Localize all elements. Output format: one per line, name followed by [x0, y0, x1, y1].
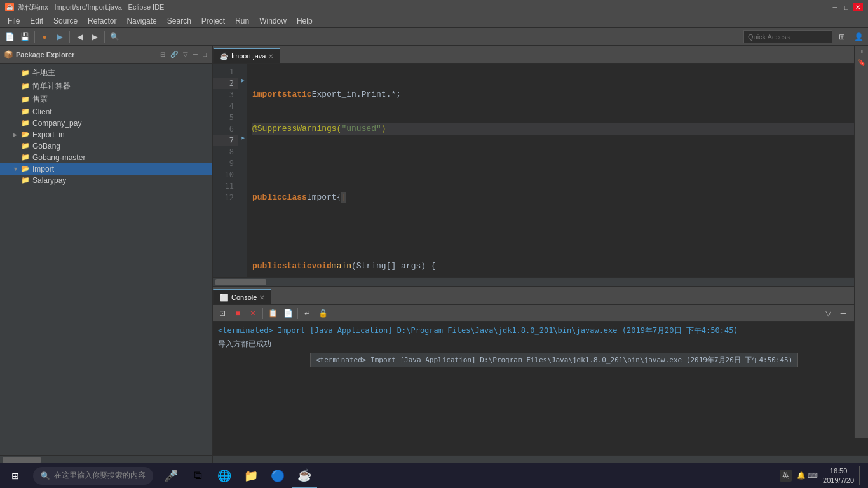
taskbar-ie[interactable]: 🌐 — [212, 463, 237, 489]
toolbar-separator-2 — [69, 31, 70, 43]
task-list-icon[interactable]: ≡ — [857, 48, 866, 55]
java-file-icon: ☕ — [220, 52, 229, 60]
taskbar-explorer[interactable]: 📁 — [238, 463, 264, 489]
menu-window[interactable]: Window — [254, 14, 292, 27]
new-button[interactable]: 📄 — [3, 30, 17, 44]
line-num-1: 1 — [213, 66, 238, 78]
tree-item-gobangmaster[interactable]: 📁 Gobang-master — [0, 152, 212, 163]
maximize-button[interactable]: □ — [841, 3, 851, 11]
gutter-3 — [238, 86, 247, 98]
tree-item-gobang[interactable]: 📁 GoBang — [0, 140, 212, 152]
console-toolbar: ⊡ ■ ✕ 📋 📄 ↵ 🔒 ▽ ─ □ — [213, 305, 868, 322]
console-paste-button[interactable]: 📄 — [281, 306, 295, 320]
view-menu-button[interactable]: ▽ — [181, 50, 190, 58]
line-num-2: 2 — [213, 78, 238, 89]
collapse-all-button[interactable]: ⊟ — [158, 50, 167, 58]
menu-edit[interactable]: Edit — [25, 14, 48, 27]
console-scroll-lock-button[interactable]: 🔒 — [316, 306, 330, 320]
start-button[interactable]: ⊞ — [0, 463, 31, 489]
toolbar-separator-3 — [104, 31, 105, 43]
editor-h-scrollbar[interactable] — [213, 277, 868, 286]
console-stop-button[interactable]: ■ — [231, 306, 245, 320]
minimize-button[interactable]: ─ — [830, 3, 840, 11]
perspectives-button[interactable]: ⊞ — [835, 30, 849, 44]
tree-item-jiandan[interactable]: 📁 简单计算器 — [0, 79, 212, 93]
tab-label: Import.java — [231, 52, 266, 60]
tree-item-import[interactable]: ▼ 📂 Import — [0, 163, 212, 175]
console-view-menu[interactable]: ▽ — [821, 306, 835, 320]
menu-help[interactable]: Help — [292, 14, 318, 27]
h-scroll-thumb[interactable] — [3, 457, 41, 463]
taskbar-search[interactable]: 🔍 在这里输入你要搜索的内容 — [33, 467, 153, 485]
tab-close-button[interactable]: ✕ — [268, 53, 273, 60]
save-button[interactable]: 💾 — [18, 30, 32, 44]
title-bar-left: ☕ 源代码mx - Import/src/Import.java - Eclip… — [5, 3, 164, 12]
menu-search[interactable]: Search — [162, 14, 196, 27]
tree-item-label: Salarypay — [32, 176, 66, 185]
folder-icon: 📁 — [20, 153, 31, 162]
forward-button[interactable]: ▶ — [88, 30, 102, 44]
tree-item-shoupiao[interactable]: 📁 售票 — [0, 93, 212, 106]
code-line-1: import static Export_in.Print.*; — [252, 89, 854, 100]
editor-tab-import[interactable]: ☕ Import.java ✕ — [213, 48, 280, 63]
h-scroll-thumb[interactable] — [215, 279, 266, 285]
console-copy-button[interactable]: 📋 — [266, 306, 280, 320]
taskbar-search-text: 在这里输入你要搜索的内容 — [54, 470, 146, 481]
console-minimize[interactable]: ─ — [836, 306, 850, 320]
taskbar-ie2[interactable]: 🔵 — [265, 463, 290, 489]
taskbar-cortana[interactable]: 🎤 — [158, 463, 184, 489]
taskbar-lang-indicator[interactable]: 英 — [780, 470, 792, 482]
profile-button[interactable]: 👤 — [851, 30, 865, 44]
console-terminate-button[interactable]: ✕ — [246, 306, 260, 320]
line-num-10: 10 — [213, 169, 238, 180]
taskbar: ⊞ 🔍 在这里输入你要搜索的内容 🎤 ⧉ 🌐 📁 🔵 ☕ 英 🔔 ⌨ 16:50… — [0, 463, 868, 488]
title-bar: ☕ 源代码mx - Import/src/Import.java - Eclip… — [0, 0, 868, 14]
folder-icon: 📁 — [20, 69, 31, 78]
console-tab[interactable]: ⬜ Console ✕ — [213, 289, 271, 304]
gutter-9 — [238, 155, 247, 166]
menu-bar: File Edit Source Refactor Navigate Searc… — [0, 14, 868, 28]
line-num-6: 6 — [213, 123, 238, 135]
menu-source[interactable]: Source — [48, 14, 83, 27]
tree-item-companypay[interactable]: 📁 Company_pay — [0, 118, 212, 129]
back-button[interactable]: ◀ — [72, 30, 86, 44]
line-num-4: 4 — [213, 100, 238, 112]
gutter-12 — [238, 189, 247, 201]
bookmarks-icon[interactable]: 🔖 — [857, 57, 866, 67]
link-editor-button[interactable]: 🔗 — [168, 50, 180, 58]
tree-item-label: Client — [32, 107, 52, 116]
search-toolbar-button[interactable]: 🔍 — [107, 30, 121, 44]
gutter-10 — [238, 166, 247, 178]
close-button[interactable]: ✕ — [853, 3, 863, 11]
taskbar-apps: 🎤 ⧉ 🌐 📁 🔵 ☕ — [158, 463, 317, 489]
taskbar-icons: 🔔 ⌨ — [797, 471, 818, 480]
menu-project[interactable]: Project — [196, 14, 230, 27]
gutter-5 — [238, 109, 247, 121]
tree-item-exportin[interactable]: ▶ 📂 Export_in — [0, 129, 212, 140]
tree-item-salarypay[interactable]: 📁 Salarypay — [0, 175, 212, 186]
console-wrap-button[interactable]: ↵ — [301, 306, 315, 320]
maximize-panel-button[interactable]: □ — [201, 50, 208, 58]
taskbar-task-view[interactable]: ⧉ — [185, 463, 210, 489]
debug-button[interactable]: ● — [37, 30, 51, 44]
folder-icon: 📁 — [20, 142, 31, 151]
run-button[interactable]: ▶ — [53, 30, 67, 44]
show-desktop-button[interactable] — [859, 466, 863, 485]
menu-refactor[interactable]: Refactor — [83, 14, 121, 27]
taskbar-eclipse[interactable]: ☕ — [292, 463, 317, 489]
tree-item-doudizhu[interactable]: 📁 斗地主 — [0, 66, 212, 79]
folder-icon: 📁 — [20, 176, 31, 185]
code-editor[interactable]: 1 2 3 4 5 6 7 8 9 10 11 12 — [213, 64, 859, 277]
menu-navigate[interactable]: Navigate — [121, 14, 161, 27]
tree-item-label: 斗地主 — [32, 67, 55, 78]
menu-run[interactable]: Run — [230, 14, 254, 27]
console-icon: ⬜ — [220, 294, 229, 302]
console-tab-close[interactable]: ✕ — [259, 294, 264, 301]
console-clear-button[interactable]: ⊡ — [215, 306, 229, 320]
quick-access-input[interactable] — [743, 30, 832, 43]
minimize-panel-button[interactable]: ─ — [191, 50, 200, 58]
console-tabs: ⬜ Console ✕ — [213, 287, 868, 305]
tree-item-client[interactable]: 📁 Client — [0, 106, 212, 118]
code-content[interactable]: import static Export_in.Print.*; @Suppre… — [247, 64, 859, 277]
menu-file[interactable]: File — [3, 14, 25, 27]
